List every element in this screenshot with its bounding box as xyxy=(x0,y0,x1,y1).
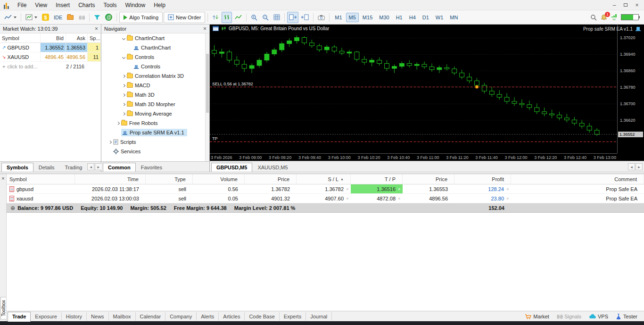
nav-folder-moving-average[interactable]: Moving Average xyxy=(101,109,209,118)
tab-exposure[interactable]: Exposure xyxy=(31,312,61,321)
timeframe-m1[interactable]: M1 xyxy=(332,13,345,22)
zoom-out-button[interactable] xyxy=(260,12,271,23)
nav-folder-math-3d-morpher[interactable]: Math 3D Morpher xyxy=(101,100,209,109)
nav-folder-chartinchart[interactable]: ChartInChart xyxy=(101,33,209,43)
close-position-icon[interactable]: × xyxy=(505,196,510,201)
chevron-right-icon[interactable] xyxy=(116,121,120,125)
connection-level-icon[interactable]: lvl xyxy=(611,14,617,21)
community-button[interactable]: @ xyxy=(103,12,114,23)
ide-button[interactable]: IDE xyxy=(52,12,64,23)
depth-of-market-button[interactable] xyxy=(92,12,102,23)
search-button[interactable] xyxy=(590,14,597,21)
minimize-button[interactable]: – xyxy=(609,1,619,9)
restore-button[interactable] xyxy=(620,1,631,9)
nav-folder-correlation-matrix-3d[interactable]: Correlation Matrix 3D xyxy=(101,71,209,81)
nav-scripts[interactable]: Scripts xyxy=(101,137,209,147)
nav-folder-macd[interactable]: MACD xyxy=(101,81,209,90)
chevron-right-icon[interactable] xyxy=(122,93,125,96)
menu-charts[interactable]: Charts xyxy=(74,1,99,9)
tab-alerts[interactable]: Alerts xyxy=(197,312,219,321)
open-data-folder-button[interactable] xyxy=(65,12,75,23)
col-volume[interactable]: Volume xyxy=(193,174,245,184)
menu-help[interactable]: Help xyxy=(149,1,170,9)
tab-common[interactable]: Common xyxy=(103,163,136,172)
chevron-right-icon[interactable] xyxy=(122,112,125,115)
tab-details[interactable]: Details xyxy=(33,163,60,172)
tab-history[interactable]: History xyxy=(62,312,87,321)
tab-favorites[interactable]: Favorites xyxy=(136,163,167,172)
screenshot-button[interactable] xyxy=(316,12,327,23)
chart-tab-gbpusd-m5[interactable]: GBPUSD,M5 xyxy=(211,163,252,172)
col-price-open[interactable]: Price xyxy=(245,174,297,184)
position-row-gbpusd[interactable]: gbpusd 2026.02.03 11:38:17 sell 0.56 1.3… xyxy=(7,184,644,194)
market-button[interactable]: Market xyxy=(525,314,549,319)
timeframe-d1[interactable]: D1 xyxy=(420,13,432,22)
nav-folder-controls[interactable]: Controls xyxy=(101,52,209,62)
dock-left-button[interactable] xyxy=(299,12,311,23)
tab-trade[interactable]: Trade xyxy=(8,312,31,322)
menu-view[interactable]: View xyxy=(31,1,51,9)
tab-experts[interactable]: Experts xyxy=(280,312,306,321)
tick-chart-button[interactable] xyxy=(210,12,221,23)
close-toolbox-icon[interactable]: × xyxy=(1,175,4,181)
price-axis[interactable]: 1.36552 1.370201.369401.368601.367801.36… xyxy=(617,25,644,153)
position-row-xauusd[interactable]: xauusd 2026.02.03 13:00:03 sell 0.05 490… xyxy=(7,194,644,203)
nav-folder-math-3d[interactable]: Math 3D xyxy=(101,90,209,100)
timeframe-m5[interactable]: M5 xyxy=(346,13,359,22)
candlestick-chart[interactable]: SELL 0.56 at 1.36782TP xyxy=(210,25,617,153)
col-bid[interactable]: Bid xyxy=(41,33,66,42)
tab-calendar[interactable]: Calendar xyxy=(136,312,166,321)
broadcast-button[interactable]: ((o)) xyxy=(76,12,87,23)
bars-mode-button[interactable] xyxy=(222,12,232,23)
tab-trading[interactable]: Trading xyxy=(59,163,87,172)
tab-company[interactable]: Company xyxy=(165,312,197,321)
chevron-right-icon[interactable] xyxy=(122,83,125,87)
timeframe-m30[interactable]: M30 xyxy=(376,13,392,22)
menu-window[interactable]: Window xyxy=(121,1,150,9)
timeframe-mn[interactable]: MN xyxy=(447,13,461,22)
chevron-right-icon[interactable] xyxy=(122,74,125,77)
indicators-dropdown[interactable] xyxy=(24,12,39,23)
menu-file[interactable]: File xyxy=(13,1,31,9)
col-symbol[interactable]: Symbol xyxy=(0,33,41,42)
nav-services[interactable]: Services xyxy=(101,147,209,156)
col-type[interactable]: Type xyxy=(146,174,193,184)
expand-icon[interactable]: ⊕ xyxy=(10,205,15,211)
vps-button[interactable]: VPS xyxy=(589,314,608,319)
tab-journal[interactable]: Journal xyxy=(306,312,332,321)
market-watch-row-xauusd[interactable]: ↘XAUUSD 4896.45 4896.56 11 xyxy=(0,52,101,62)
tab-mailbox[interactable]: Mailbox xyxy=(109,312,136,321)
chevron-down-icon[interactable] xyxy=(122,36,125,40)
chevron-down-icon[interactable] xyxy=(122,55,125,58)
chevron-right-icon[interactable] xyxy=(122,102,125,106)
col-time[interactable]: Time xyxy=(75,174,146,184)
close-icon[interactable]: × xyxy=(95,26,98,32)
remove-tp-icon[interactable]: × xyxy=(397,187,402,192)
tab-articles[interactable]: Articles xyxy=(219,312,245,321)
col-sl[interactable]: S / L▲ xyxy=(297,174,351,184)
remove-sl-icon[interactable]: × xyxy=(345,187,350,192)
tab-code-base[interactable]: Code Base xyxy=(245,312,279,321)
tabs-scroll-left-icon[interactable]: ◂ xyxy=(87,163,94,170)
grid-button[interactable] xyxy=(272,12,282,23)
col-price-current[interactable]: Price xyxy=(403,174,454,184)
timeframe-w1[interactable]: W1 xyxy=(433,13,446,22)
chart-tabs-scroll-right-icon[interactable]: ▸ xyxy=(636,163,643,170)
timeframe-h1[interactable]: H1 xyxy=(393,13,405,22)
col-spread[interactable]: Sp... xyxy=(88,33,101,42)
algo-trading-button[interactable]: Algo Trading xyxy=(119,12,163,23)
scrollbar-thumb[interactable] xyxy=(206,54,209,113)
menu-tools[interactable]: Tools xyxy=(99,1,121,9)
close-window-button[interactable]: × xyxy=(632,1,642,9)
dock-right-button[interactable] xyxy=(287,12,298,23)
navigator-scrollbar[interactable] xyxy=(205,33,209,161)
menu-insert[interactable]: Insert xyxy=(51,1,74,9)
chart-area[interactable]: SELL 0.56 at 1.36782TP GBPUSD, M5: Great… xyxy=(210,25,644,161)
chart-tab-xauusd-m5[interactable]: XAUUSD,M5 xyxy=(252,163,293,172)
col-ask[interactable]: Ask xyxy=(66,33,88,42)
currency-button[interactable]: $ xyxy=(40,12,51,23)
tester-button[interactable]: Tester xyxy=(616,313,637,319)
account-summary-row[interactable]: ⊕ Balance: 9 997.86 USD Equity: 10 149.9… xyxy=(7,203,644,213)
nav-ea-prop-safe-srm[interactable]: Prop safe SRM EA v1.1 xyxy=(101,128,209,137)
market-watch-row-gbpusd[interactable]: ↗GBPUSD 1.36552 1.36553 1 xyxy=(0,43,101,52)
